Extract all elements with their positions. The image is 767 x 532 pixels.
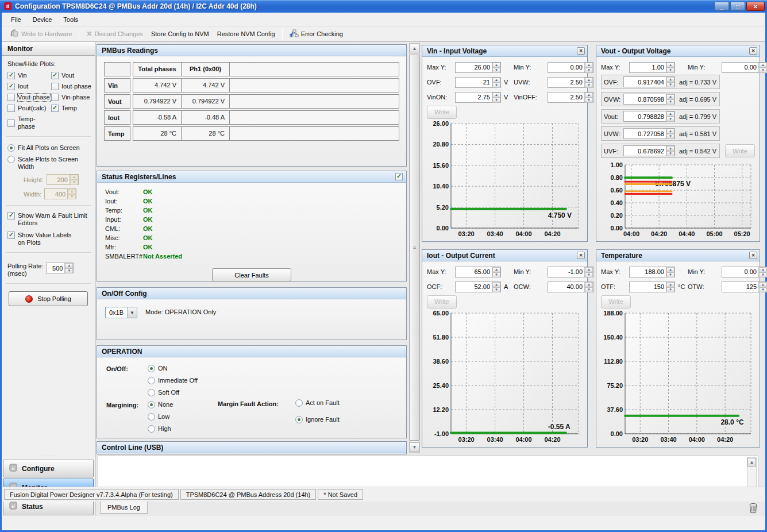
- polling-rate-spinner[interactable]: ▲▼: [46, 263, 74, 273]
- iout-ocf-spinner[interactable]: ▲▼: [455, 282, 501, 292]
- spin-up-icon[interactable]: ▲: [666, 146, 675, 151]
- option-checkbox-show-warn-fault-limit[interactable]: Show Warn & Fault Limit Editors: [7, 212, 90, 227]
- scrollbar-thumb[interactable]: ≡: [410, 55, 419, 441]
- temp-max-y-spinner-input[interactable]: [630, 267, 666, 277]
- toolbar-store-config-to-nvm[interactable]: Store Config to NVM: [147, 29, 213, 39]
- spin-up-icon[interactable]: ▲: [585, 267, 593, 272]
- margining-radio-low[interactable]: Low: [148, 413, 169, 421]
- vout-ovf-spinner-input[interactable]: [624, 77, 666, 87]
- sidebar-item-configure[interactable]: tiConfigure: [3, 460, 94, 477]
- clear-faults-button[interactable]: Clear Faults: [212, 268, 291, 282]
- temp-otw-spinner[interactable]: ▲▼: [722, 282, 767, 292]
- scale-radio-fit-all-plots-on-screen[interactable]: Fit All Plots on Screen: [7, 144, 90, 152]
- temp-otf-spinner[interactable]: ▲▼: [629, 282, 675, 292]
- scroll-up-icon[interactable]: ▲: [410, 44, 419, 53]
- spin-down-icon[interactable]: ▼: [759, 272, 767, 277]
- spin-up-icon[interactable]: ▲: [492, 282, 500, 287]
- spin-up-icon[interactable]: ▲: [492, 92, 500, 98]
- onoff-radio-soft-off[interactable]: Soft Off: [148, 389, 179, 396]
- polling-rate-spinner-input[interactable]: [47, 263, 64, 273]
- plot-checkbox-vout-phase[interactable]: Vout-phase: [7, 94, 51, 101]
- plots-scrollbar[interactable]: ▲ ≡ ▼: [409, 43, 420, 453]
- spin-up-icon[interactable]: ▲: [492, 78, 500, 83]
- spin-down-icon[interactable]: ▼: [492, 68, 500, 73]
- vout-max-y-spinner[interactable]: ▲▼: [629, 62, 675, 73]
- spin-up-icon[interactable]: ▲: [666, 94, 675, 99]
- vout-uvf-spinner[interactable]: ▲▼: [623, 145, 675, 156]
- onoff-radio-immediate-off[interactable]: Immediate Off: [148, 377, 198, 384]
- spin-down-icon[interactable]: ▼: [492, 272, 500, 277]
- vin-vinon-spinner[interactable]: ▲▼: [455, 92, 501, 103]
- vin-vinoff-spinner[interactable]: ▲▼: [548, 92, 593, 103]
- spin-up-icon[interactable]: ▲: [666, 267, 675, 272]
- close-icon[interactable]: ✕: [749, 252, 757, 259]
- spin-up-icon[interactable]: ▲: [666, 77, 675, 82]
- spin-up-icon[interactable]: ▲: [666, 63, 675, 68]
- iout-max-y-spinner-input[interactable]: [456, 267, 492, 277]
- spin-down-icon[interactable]: ▼: [492, 98, 500, 103]
- spin-up-icon[interactable]: ▲: [759, 267, 767, 272]
- plot-checkbox-temp-phase[interactable]: Temp-phase: [7, 115, 51, 130]
- spin-down-icon[interactable]: ▼: [666, 272, 675, 277]
- spin-down-icon[interactable]: ▼: [666, 82, 675, 87]
- spin-down-icon[interactable]: ▼: [666, 151, 675, 156]
- spin-down-icon[interactable]: ▼: [759, 68, 767, 73]
- vout-ovw-spinner-input[interactable]: [624, 94, 666, 104]
- vout-uvf-spinner-input[interactable]: [624, 146, 666, 156]
- spin-down-icon[interactable]: ▼: [492, 287, 500, 292]
- spin-down-icon[interactable]: ▼: [65, 268, 73, 273]
- spin-down-icon[interactable]: ▼: [759, 287, 767, 292]
- iout-ocw-spinner[interactable]: ▲▼: [548, 282, 593, 292]
- chevron-down-icon[interactable]: ▼: [127, 307, 137, 318]
- close-icon[interactable]: ✕: [577, 252, 585, 259]
- vin-ovf-spinner-input[interactable]: [456, 78, 492, 87]
- vout-max-y-spinner-input[interactable]: [630, 63, 666, 72]
- vin-vinoff-spinner-input[interactable]: [548, 92, 584, 102]
- spin-up-icon[interactable]: ▲: [585, 282, 593, 287]
- vin-vinon-spinner-input[interactable]: [456, 92, 492, 102]
- iout-write-button[interactable]: Write: [427, 295, 457, 309]
- vout-uvw-spinner-input[interactable]: [624, 129, 666, 138]
- spin-down-icon[interactable]: ▼: [585, 68, 593, 73]
- close-button[interactable]: ✕: [746, 2, 765, 11]
- vout-min-y-spinner[interactable]: ▲▼: [722, 62, 767, 73]
- vout-min-y-spinner-input[interactable]: [722, 63, 758, 72]
- pmbus-log-tab[interactable]: PMBus Log: [100, 501, 148, 514]
- vin-min-y-spinner[interactable]: ▲▼: [548, 62, 593, 73]
- spin-down-icon[interactable]: ▼: [666, 68, 675, 73]
- spin-down-icon[interactable]: ▼: [585, 272, 593, 277]
- vout-vout-spinner[interactable]: ▲▼: [623, 111, 675, 122]
- status-registers-checkbox[interactable]: [395, 173, 403, 180]
- iout-ocw-spinner-input[interactable]: [548, 282, 584, 292]
- log-scroll-up-icon[interactable]: ▲: [747, 458, 756, 467]
- temp-otw-spinner-input[interactable]: [722, 282, 758, 292]
- close-icon[interactable]: ✕: [749, 47, 757, 55]
- fault-radio-ignore-fault[interactable]: Ignore Fault: [295, 416, 340, 423]
- vout-uvw-spinner[interactable]: ▲▼: [623, 128, 675, 139]
- spin-down-icon[interactable]: ▼: [585, 98, 593, 103]
- minimize-button[interactable]: _: [714, 2, 729, 11]
- spin-up-icon[interactable]: ▲: [585, 92, 593, 98]
- plot-checkbox-temp[interactable]: Temp: [51, 105, 91, 112]
- maximize-button[interactable]: □: [730, 2, 745, 11]
- spin-up-icon[interactable]: ▲: [492, 63, 500, 68]
- title-bar[interactable]: ti Configuration TPSM8D6C24 @ PMBus Addr…: [0, 0, 767, 13]
- spin-down-icon[interactable]: ▼: [666, 134, 675, 139]
- plot-checkbox-pout-calc[interactable]: Pout(calc): [7, 105, 51, 112]
- spin-down-icon[interactable]: ▼: [666, 287, 675, 292]
- temp-write-button[interactable]: Write: [601, 295, 631, 309]
- iout-max-y-spinner[interactable]: ▲▼: [455, 267, 501, 277]
- vout-vout-spinner-input[interactable]: [624, 111, 666, 121]
- spin-down-icon[interactable]: ▼: [492, 83, 500, 88]
- menu-file[interactable]: File: [5, 14, 27, 25]
- spin-down-icon[interactable]: ▼: [666, 117, 675, 122]
- vout-ovw-spinner[interactable]: ▲▼: [623, 94, 675, 105]
- plot-checkbox-iout[interactable]: Iout: [7, 83, 51, 90]
- margining-radio-high[interactable]: High: [148, 425, 171, 433]
- menu-device[interactable]: Device: [27, 14, 58, 25]
- temp-min-y-spinner[interactable]: ▲▼: [722, 267, 767, 277]
- temp-max-y-spinner[interactable]: ▲▼: [629, 267, 675, 277]
- onoff-config-select[interactable]: 0x1B ▼: [105, 307, 137, 318]
- spin-up-icon[interactable]: ▲: [492, 267, 500, 272]
- scroll-down-icon[interactable]: ▼: [410, 442, 419, 452]
